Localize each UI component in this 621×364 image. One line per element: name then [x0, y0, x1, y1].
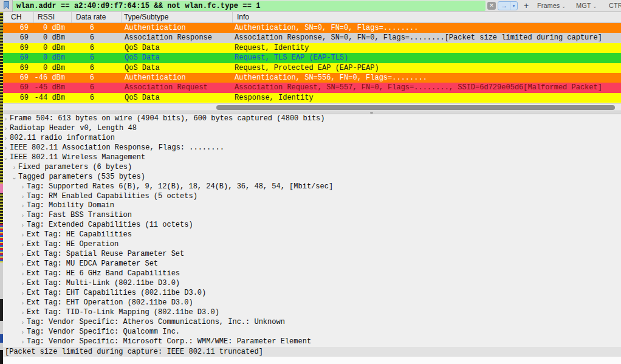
cell-info: Authentication, SN=556, FN=0, Flags=....…	[233, 73, 621, 83]
cell-rssi: -45 dBm	[34, 83, 72, 92]
filter-add-button[interactable]: +	[521, 0, 531, 12]
cell-data-rate: 6	[72, 53, 122, 63]
detail-tree-item[interactable]: ›Ext Tag: Spatial Reuse Parameter Set	[0, 250, 621, 259]
packet-list: 690 dBm6AuthenticationAuthentication, SN…	[0, 23, 621, 103]
horizontal-scrollbar[interactable]	[0, 103, 621, 111]
detail-tree-item[interactable]: ›Ext Tag: EHT Capabilities (802.11be D3.…	[0, 289, 621, 298]
chevron-right-icon[interactable]: ›	[19, 298, 27, 308]
chevron-right-icon[interactable]: ›	[2, 114, 10, 124]
detail-text: Tag: Mobility Domain	[27, 201, 114, 211]
column-header-info[interactable]: Info	[233, 12, 621, 22]
cell-data-rate: 6	[72, 73, 122, 83]
chevron-right-icon[interactable]: ›	[19, 182, 27, 192]
packet-row[interactable]: 69-46 dBm6AuthenticationAuthentication, …	[0, 73, 621, 83]
cell-data-rate: 6	[72, 43, 122, 53]
display-filter-input[interactable]: wlan.addr == a2:40:d9:f7:64:15 && not wl…	[13, 1, 485, 11]
detail-tree-item[interactable]: ›Ext Tag: HE 6 GHz Band Capabilities	[0, 269, 621, 279]
detail-tree-item[interactable]: ›Ext Tag: EHT Operation (802.11be D3.0)	[0, 298, 621, 308]
chevron-right-icon[interactable]: ›	[19, 318, 27, 328]
chevron-right-icon[interactable]: ›	[19, 279, 27, 289]
detail-tree-item[interactable]: ›Ext Tag: TID-To-Link Mapping (802.11be …	[0, 308, 621, 318]
detail-text: Tag: Vendor Specific: Atheros Communicat…	[27, 318, 285, 328]
cell-ch: 69	[4, 23, 34, 33]
cell-ch: 69	[4, 83, 34, 92]
apply-arrow-icon: →	[498, 2, 510, 10]
chevron-right-icon[interactable]: ›	[2, 124, 10, 134]
detail-tree-item[interactable]: ›802.11 radio information	[0, 134, 621, 143]
column-header-ch[interactable]: CH	[4, 12, 34, 22]
chevron-right-icon[interactable]: ›	[19, 211, 27, 221]
detail-text: IEEE 802.11 Association Response, Flags:…	[10, 143, 224, 153]
chevron-right-icon[interactable]: ›	[19, 308, 27, 318]
detail-tree-item[interactable]: ⌄IEEE 802.11 Wireless Management	[0, 153, 621, 163]
chevron-right-icon[interactable]: ›	[19, 337, 27, 347]
filter-shortcut-frames[interactable]: Frames⌄	[537, 0, 566, 12]
detail-tree-item[interactable]: ›Radiotap Header v0, Length 48	[0, 124, 621, 134]
detail-tree-item[interactable]: ›Fixed parameters (6 bytes)	[0, 163, 621, 173]
detail-text: Fixed parameters (6 bytes)	[18, 163, 132, 173]
cell-type-subtype: QoS Data	[122, 43, 233, 53]
packet-row[interactable]: 69-44 dBm6QoS DataResponse, Identity	[0, 93, 621, 103]
detail-tree-item[interactable]: ›Frame 504: 613 bytes on wire (4904 bits…	[0, 114, 621, 124]
packet-row[interactable]: 690 dBm6Association ResponseAssociation …	[0, 33, 621, 43]
detail-tree-item[interactable]: ⌄Tagged parameters (535 bytes)	[0, 173, 621, 182]
filter-clear-button[interactable]: ✕	[487, 2, 496, 10]
detail-text: Ext Tag: EHT Capabilities (802.11be D3.0…	[27, 289, 206, 298]
chevron-right-icon[interactable]: ›	[19, 269, 27, 279]
chevron-right-icon[interactable]: ›	[2, 134, 10, 143]
packet-row[interactable]: 69-45 dBm6Association RequestAssociation…	[0, 83, 621, 92]
cell-rssi: 0 dBm	[34, 63, 72, 73]
chevron-right-icon[interactable]: ›	[10, 163, 18, 173]
detail-tree-item[interactable]: ›Ext Tag: MU EDCA Parameter Set	[0, 259, 621, 269]
column-header-type-subtype[interactable]: Type/Subtype	[122, 12, 233, 22]
cell-type-subtype: QoS Data	[122, 93, 233, 103]
column-header-rssi[interactable]: RSSI	[34, 12, 72, 22]
detail-text: Tag: Extended Capabilities (11 octets)	[27, 221, 193, 230]
filter-shortcut-mgt[interactable]: MGT⌄	[576, 0, 597, 12]
chevron-right-icon[interactable]: ›	[19, 221, 27, 230]
detail-tree-item[interactable]: ›Tag: Vendor Specific: Microsoft Corp.: …	[0, 337, 621, 347]
filter-bookmark-button[interactable]	[0, 0, 13, 12]
apply-dropdown-caret-icon[interactable]: ▾	[510, 2, 517, 10]
chevron-down-icon[interactable]: ⌄	[2, 153, 10, 163]
cell-type-subtype: Authentication	[122, 73, 233, 83]
cell-info: Authentication, SN=0, FN=0, Flags=......…	[233, 23, 621, 33]
detail-tree-item[interactable]: ›Ext Tag: HE Operation	[0, 240, 621, 250]
chevron-right-icon[interactable]: ›	[19, 259, 27, 269]
detail-text: Ext Tag: HE Operation	[27, 240, 118, 250]
chevron-right-icon[interactable]: ›	[19, 250, 27, 259]
chevron-right-icon[interactable]: ›	[19, 289, 27, 298]
detail-tree-item[interactable]: ›Tag: Fast BSS Transition	[0, 211, 621, 221]
column-header-data-rate[interactable]: Data rate	[72, 12, 122, 22]
cell-info: Response, Identity	[233, 93, 621, 103]
cell-rssi: -46 dBm	[34, 73, 72, 83]
splitter-handle[interactable]	[370, 112, 373, 114]
packet-row[interactable]: 690 dBm6AuthenticationAuthentication, SN…	[0, 23, 621, 33]
chevron-right-icon[interactable]: ›	[19, 192, 27, 202]
detail-tree-item[interactable]: ›Tag: RM Enabled Capabilities (5 octets)	[0, 192, 621, 202]
bookmark-icon	[3, 1, 10, 12]
chevron-right-icon[interactable]: ›	[19, 328, 27, 337]
chevron-right-icon[interactable]: ›	[19, 240, 27, 250]
detail-tree-item[interactable]: ›Ext Tag: HE Capabilities	[0, 230, 621, 240]
detail-tree-item[interactable]: ›Tag: Vendor Specific: Qualcomm Inc.	[0, 328, 621, 337]
horizontal-scrollbar-thumb[interactable]	[216, 105, 615, 110]
packet-row[interactable]: 690 dBm6QoS DataRequest, TLS EAP (EAP-TL…	[0, 53, 621, 63]
chevron-down-icon[interactable]: ⌄	[10, 173, 18, 182]
cell-info: Request, TLS EAP (EAP-TLS)	[233, 53, 621, 63]
packet-row[interactable]: 690 dBm6QoS DataRequest, Protected EAP (…	[0, 63, 621, 73]
detail-tree-item[interactable]: ›IEEE 802.11 Association Response, Flags…	[0, 143, 621, 153]
truncated-status-line[interactable]: [Packet size limited during capture: IEE…	[0, 347, 621, 357]
detail-tree-item[interactable]: ›Ext Tag: Multi-Link (802.11be D3.0)	[0, 279, 621, 289]
detail-tree-item[interactable]: ›Tag: Mobility Domain	[0, 201, 621, 211]
filter-apply-button[interactable]: → ▾	[498, 1, 518, 10]
filter-shortcut-ctr[interactable]: CTR	[609, 0, 621, 12]
packet-row[interactable]: 690 dBm6QoS DataRequest, Identity	[0, 43, 621, 53]
detail-tree-item[interactable]: ›Tag: Supported Rates 6(B), 9, 12(B), 18…	[0, 182, 621, 192]
detail-text: Ext Tag: Spatial Reuse Parameter Set	[27, 250, 184, 259]
detail-tree-item[interactable]: ›Tag: Extended Capabilities (11 octets)	[0, 221, 621, 230]
chevron-right-icon[interactable]: ›	[19, 230, 27, 240]
chevron-right-icon[interactable]: ›	[2, 143, 10, 153]
detail-tree-item[interactable]: ›Tag: Vendor Specific: Atheros Communica…	[0, 318, 621, 328]
chevron-right-icon[interactable]: ›	[19, 201, 27, 211]
